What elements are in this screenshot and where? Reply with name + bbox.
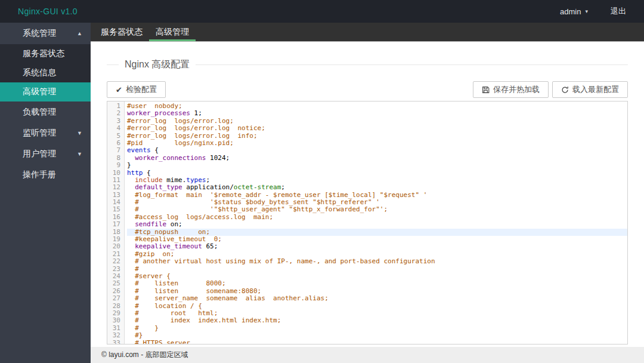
code-line[interactable]: worker_connections 1024; — [127, 155, 627, 162]
sidebar-item-label: 负载管理 — [23, 107, 56, 118]
check-config-button[interactable]: ✔ 检验配置 — [107, 81, 166, 98]
sidebar-item-label: 用户管理 — [23, 149, 56, 159]
load-latest-label: 载入最新配置 — [572, 84, 619, 95]
user-menu[interactable]: admin ▾ — [560, 7, 588, 16]
layout-shell: 系统管理▲服务器状态系统信息高级管理负载管理监听管理▼用户管理▼操作手册 服务器… — [0, 23, 644, 363]
sidebar-item-label: 服务器状态 — [23, 48, 64, 59]
config-code-editor[interactable]: 1234567891011121314151617181920212223242… — [107, 101, 628, 344]
chevron-down-icon: ▼ — [77, 151, 82, 157]
chevron-up-icon: ▲ — [77, 30, 82, 36]
line-number: 4 — [107, 125, 120, 132]
code-line[interactable]: #access_log logs/access.log main; — [127, 214, 627, 221]
code-line[interactable]: } — [127, 162, 627, 169]
sidebar-item-监听管理[interactable]: 监听管理▼ — [0, 122, 91, 143]
line-number: 2 — [107, 110, 120, 117]
line-number: 20 — [107, 243, 120, 250]
chevron-down-icon: ▾ — [585, 8, 588, 14]
code-line[interactable]: keepalive_timeout 65; — [127, 243, 627, 250]
line-number: 22 — [107, 258, 120, 265]
sidebar-item-label: 系统信息 — [23, 67, 56, 78]
chevron-down-icon: ▼ — [77, 130, 82, 136]
line-number: 9 — [107, 162, 120, 169]
main-column: 服务器状态高级管理 Nginx 高级配置 ✔ 检验配置 — [91, 23, 644, 363]
line-number: 32 — [107, 332, 120, 339]
app-logo: Nginx-GUI v1.0 — [18, 7, 78, 16]
sidebar-item-操作手册[interactable]: 操作手册 — [0, 164, 91, 185]
section-title-rule: Nginx 高级配置 — [107, 64, 628, 65]
page-title: Nginx 高级配置 — [119, 59, 196, 71]
check-config-label: 检验配置 — [126, 84, 157, 95]
code-line[interactable]: # — [127, 266, 627, 273]
load-latest-button[interactable]: 载入最新配置 — [552, 81, 628, 98]
sidebar-item-负载管理[interactable]: 负载管理 — [0, 101, 91, 122]
line-number: 7 — [107, 147, 120, 154]
sidebar-item-系统管理[interactable]: 系统管理▲ — [0, 23, 91, 44]
line-number-gutter: 1234567891011121314151617181920212223242… — [107, 101, 125, 344]
line-number: 12 — [107, 184, 120, 191]
code-line[interactable]: # server_name somename alias another.ali… — [127, 295, 627, 302]
line-number: 30 — [107, 317, 120, 324]
sidebar-item-label: 操作手册 — [23, 170, 56, 180]
code-line[interactable]: #} — [127, 332, 627, 339]
header-right: admin ▾ 退出 — [560, 6, 626, 17]
save-reload-button[interactable]: 保存并热加载 — [473, 81, 549, 98]
refresh-icon — [561, 86, 569, 94]
code-line[interactable]: # index index.html index.htm; — [127, 317, 627, 324]
sidebar: 系统管理▲服务器状态系统信息高级管理负载管理监听管理▼用户管理▼操作手册 — [0, 23, 91, 363]
tab-高级管理[interactable]: 高级管理 — [149, 23, 196, 41]
code-line[interactable]: #pid logs/nginx.pid; — [127, 140, 627, 147]
code-line[interactable]: # } — [127, 325, 627, 332]
sidebar-item-label: 高级管理 — [23, 87, 56, 97]
sidebar-item-label: 系统管理 — [23, 28, 56, 39]
line-number: 33 — [107, 340, 120, 345]
editor-toolbar: ✔ 检验配置 保存并热加载 — [107, 81, 628, 98]
page-content: Nginx 高级配置 ✔ 检验配置 保存并热加载 — [91, 42, 644, 347]
line-number: 15 — [107, 206, 120, 213]
sidebar-item-用户管理[interactable]: 用户管理▼ — [0, 143, 91, 164]
code-line[interactable]: # HTTPS server — [127, 340, 627, 345]
code-area[interactable]: #user nobody;worker_processes 1;#error_l… — [125, 101, 627, 344]
code-line[interactable]: # another virtual host using mix of IP-,… — [127, 258, 627, 265]
line-number: 25 — [107, 280, 120, 287]
page-footer: © layui.com - 底部固定区域 — [91, 347, 644, 363]
sidebar-item-label: 监听管理 — [23, 128, 56, 139]
sidebar-item-系统信息[interactable]: 系统信息 — [0, 63, 91, 82]
line-number: 27 — [107, 295, 120, 302]
username: admin — [560, 7, 581, 16]
save-reload-label: 保存并热加载 — [493, 84, 540, 95]
tab-服务器状态[interactable]: 服务器状态 — [94, 23, 149, 41]
check-icon: ✔ — [116, 85, 122, 94]
save-icon — [482, 86, 490, 94]
logout-link[interactable]: 退出 — [611, 6, 626, 17]
sidebar-item-服务器状态[interactable]: 服务器状态 — [0, 44, 91, 63]
code-line[interactable]: #user nobody; — [127, 103, 627, 110]
sidebar-item-高级管理[interactable]: 高级管理 — [0, 82, 91, 101]
line-number: 17 — [107, 221, 120, 228]
tab-bar: 服务器状态高级管理 — [91, 23, 644, 42]
top-header: Nginx-GUI v1.0 admin ▾ 退出 — [0, 0, 644, 23]
